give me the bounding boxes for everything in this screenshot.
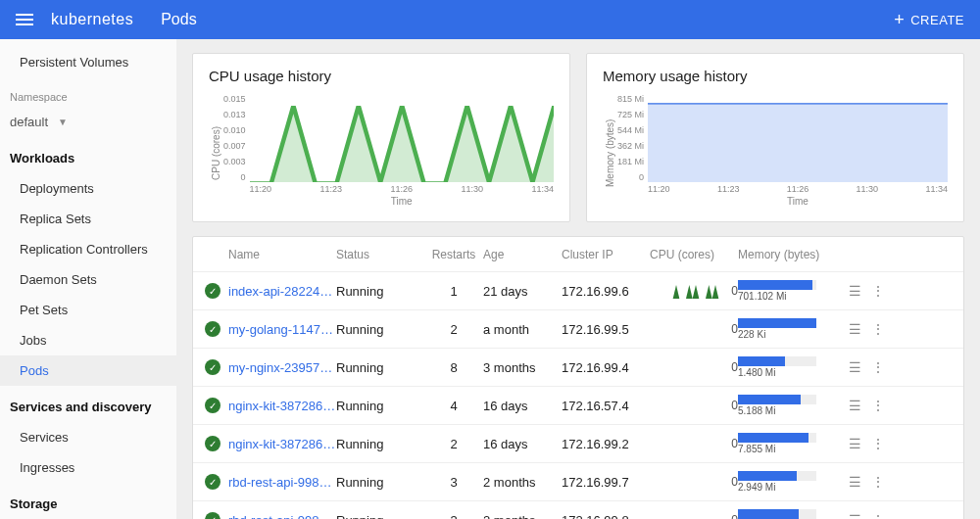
sidebar-header-storage[interactable]: Storage	[0, 489, 176, 519]
pods-table: Name Status Restarts Age Cluster IP CPU …	[192, 236, 964, 519]
col-mem: Memory (bytes)	[738, 248, 836, 261]
memory-bar	[738, 471, 816, 481]
pod-name-link[interactable]: rbd-rest-api-998728…	[228, 513, 336, 520]
logs-icon[interactable]: ☰	[849, 398, 861, 413]
chart-plot: 11:2011:2311:2611:3011:34Time	[250, 94, 554, 212]
memory-value: 5.188 Mi	[738, 405, 836, 416]
cpu-sparkline	[666, 474, 725, 490]
logs-icon[interactable]: ☰	[849, 474, 861, 490]
sidebar-item-pet-sets[interactable]: Pet Sets	[0, 295, 176, 325]
pod-age: 2 months	[483, 513, 562, 520]
cpu-sparkline	[666, 283, 725, 299]
memory-value: 2.949 Mi	[738, 482, 836, 493]
create-label: CREATE	[910, 13, 964, 27]
create-button[interactable]: + CREATE	[894, 10, 964, 30]
chart-xaxis: 11:2011:2311:2611:3011:34	[250, 184, 554, 194]
more-icon[interactable]: ⋮	[871, 398, 885, 413]
cpu-sparkline	[666, 436, 725, 451]
logs-icon[interactable]: ☰	[849, 359, 861, 375]
table-row: ✓nginx-kit-38728657…Running216 days172.1…	[193, 425, 963, 463]
pod-ip: 172.16.99.6	[562, 284, 650, 299]
pod-restarts: 3	[424, 475, 483, 490]
table-row: ✓my-nginx-23957155…Running83 months172.1…	[193, 349, 963, 387]
cpu-value: 0	[731, 399, 738, 412]
pod-status: Running	[336, 360, 424, 375]
sidebar-item-jobs[interactable]: Jobs	[0, 325, 176, 355]
pod-name-link[interactable]: nginx-kit-38728657…	[228, 399, 336, 413]
memory-bar	[738, 433, 816, 443]
pod-age: 2 months	[483, 475, 562, 490]
chart-title: CPU usage history	[209, 68, 554, 84]
status-ok-icon: ✓	[205, 512, 220, 519]
logs-icon[interactable]: ☰	[849, 321, 861, 337]
pod-restarts: 3	[424, 513, 483, 520]
namespace-value: default	[10, 115, 48, 129]
status-ok-icon: ✓	[205, 398, 220, 413]
logs-icon[interactable]: ☰	[849, 512, 861, 519]
table-row: ✓index-api-28224684…Running121 days172.1…	[193, 272, 963, 310]
pod-restarts: 2	[424, 322, 483, 337]
more-icon[interactable]: ⋮	[871, 359, 885, 375]
pod-name-link[interactable]: rbd-rest-api-998728…	[228, 475, 336, 490]
sidebar-item-deployments[interactable]: Deployments	[0, 173, 176, 204]
chart-plot: 11:2011:2311:2611:3011:34Time	[648, 94, 948, 212]
page-title: Pods	[161, 11, 894, 28]
topbar: kubernetes Pods + CREATE	[0, 0, 980, 39]
pod-status: Running	[336, 475, 424, 490]
more-icon[interactable]: ⋮	[871, 436, 885, 451]
more-icon[interactable]: ⋮	[871, 283, 885, 299]
memory-value: 701.102 Mi	[738, 291, 836, 302]
status-ok-icon: ✓	[205, 359, 220, 375]
cpu-sparkline	[666, 359, 725, 375]
col-restarts: Restarts	[424, 248, 483, 261]
sidebar-item-replication-controllers[interactable]: Replication Controllers	[0, 234, 176, 264]
brand: kubernetes	[51, 11, 133, 28]
sidebar: Persistent Volumes Namespace default ▼ W…	[0, 39, 176, 519]
pod-restarts: 8	[424, 360, 483, 375]
logs-icon[interactable]: ☰	[849, 436, 861, 451]
sidebar-item-ingresses[interactable]: Ingresses	[0, 452, 176, 483]
memory-bar	[738, 509, 816, 519]
cpu-value: 0	[731, 360, 738, 374]
more-icon[interactable]: ⋮	[871, 474, 885, 490]
sidebar-item-daemon-sets[interactable]: Daemon Sets	[0, 264, 176, 295]
sidebar-header-services[interactable]: Services and discovery	[0, 392, 176, 422]
col-ip: Cluster IP	[562, 248, 650, 261]
memory-value: 7.855 Mi	[738, 444, 836, 454]
pod-restarts: 4	[424, 399, 483, 413]
more-icon[interactable]: ⋮	[871, 512, 885, 519]
status-ok-icon: ✓	[205, 283, 220, 299]
menu-icon[interactable]	[16, 11, 33, 28]
namespace-select[interactable]: default ▼	[0, 111, 176, 137]
sidebar-item-services[interactable]: Services	[0, 422, 176, 452]
pod-age: 16 days	[483, 437, 562, 451]
pod-name-link[interactable]: nginx-kit-38728657…	[228, 437, 336, 451]
sidebar-item-replica-sets[interactable]: Replica Sets	[0, 204, 176, 234]
sidebar-header-workloads[interactable]: Workloads	[0, 143, 176, 173]
more-icon[interactable]: ⋮	[871, 321, 885, 337]
memory-bar	[738, 280, 816, 290]
cpu-value: 0	[731, 513, 738, 519]
logs-icon[interactable]: ☰	[849, 283, 861, 299]
pod-status: Running	[336, 513, 424, 520]
pod-name-link[interactable]: my-nginx-23957155…	[228, 360, 336, 375]
memory-bar	[738, 356, 816, 366]
col-status: Status	[336, 248, 424, 261]
sidebar-item-persistent-volumes[interactable]: Persistent Volumes	[0, 47, 176, 77]
content: CPU usage historyCPU (cores)0.0150.0130.…	[176, 39, 980, 519]
pod-age: 21 days	[483, 284, 562, 299]
pod-ip: 172.16.57.4	[562, 399, 650, 413]
cpu-value: 0	[731, 475, 738, 489]
sidebar-item-pods[interactable]: Pods	[0, 355, 176, 386]
pod-ip: 172.16.99.4	[562, 360, 650, 375]
pod-name-link[interactable]: index-api-28224684…	[228, 284, 336, 299]
status-ok-icon: ✓	[205, 436, 220, 451]
pod-name-link[interactable]: my-golang-1147314…	[228, 322, 336, 337]
col-name: Name	[228, 248, 336, 261]
pod-ip: 172.16.99.5	[562, 322, 650, 337]
pod-status: Running	[336, 284, 424, 299]
col-cpu: CPU (cores)	[650, 248, 738, 261]
cpu-sparkline	[666, 321, 725, 337]
chevron-down-icon: ▼	[58, 117, 68, 127]
plus-icon: +	[894, 10, 905, 30]
